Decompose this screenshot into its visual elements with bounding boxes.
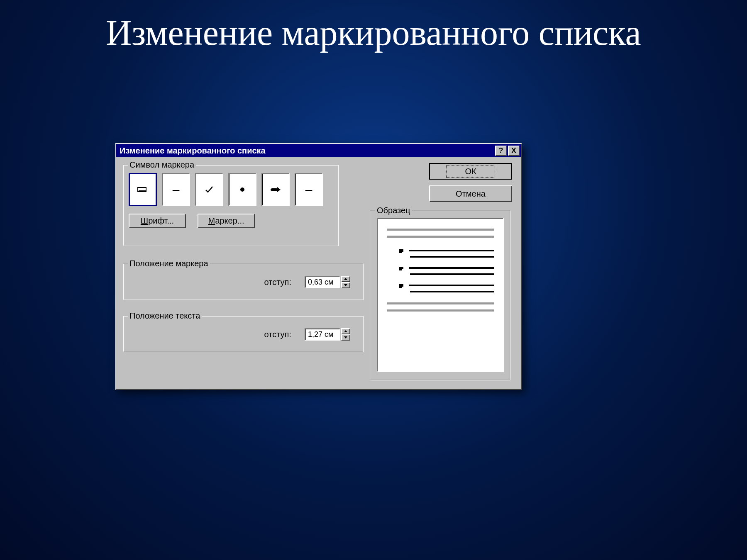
group-bullet-position: Положение маркера отступ: [123,263,364,300]
bullet-option-6[interactable]: – [295,173,323,206]
bullet-rect-icon [137,186,148,193]
preview-panel [377,218,504,372]
dialog-title: Изменение маркированного списка [120,146,494,156]
text-indent-down[interactable] [341,334,350,341]
bullet-option-5[interactable] [261,173,290,206]
arrow-down-icon [344,284,347,286]
preview-bullet-icon [399,284,403,287]
check-icon [205,185,214,194]
preview-bullet-icon [399,267,403,269]
group-label-preview: Образец [375,206,412,215]
hand-icon [270,186,281,193]
group-label-bullet-position: Положение маркера [128,259,210,268]
group-text-position: Положение текста отступ: [123,316,364,352]
svg-rect-1 [139,190,146,192]
slide-title: Изменение маркированного списка [0,0,747,54]
preview-bullet-icon [399,249,403,252]
close-button[interactable]: X [508,146,520,156]
bullet-indent-up[interactable] [341,276,350,282]
cancel-button[interactable]: Отмена [429,185,512,202]
bullet-option-1[interactable] [129,173,157,206]
svg-point-2 [240,187,244,192]
label-indent-bullet: отступ: [264,278,291,287]
titlebar: Изменение маркированного списка ? X [116,144,521,157]
font-button[interactable]: Шрифт... [129,214,186,228]
bullet-indent-input[interactable] [305,276,340,288]
help-button[interactable]: ? [495,146,507,156]
group-preview: Образец [370,210,510,380]
arrow-down-icon [344,336,347,338]
text-indent-up[interactable] [341,328,350,334]
dot-icon [239,187,245,192]
bullet-option-4[interactable] [228,173,256,206]
bullet-indent-down[interactable] [341,282,350,288]
arrow-up-icon [344,330,347,332]
marker-button[interactable]: Маркер... [198,214,255,228]
text-indent-input[interactable] [305,328,340,341]
arrow-up-icon [344,278,347,280]
bullet-option-2[interactable]: – [162,173,190,206]
ok-button[interactable]: ОК [429,163,512,180]
bullet-option-3[interactable] [195,173,223,206]
dialog-window: Изменение маркированного списка ? X Симв… [115,143,522,390]
group-label-text-position: Положение текста [128,311,202,321]
group-bullet-symbol: Символ маркера – – [123,165,339,246]
label-indent-text: отступ: [264,330,291,339]
group-label-bullet-symbol: Символ маркера [128,160,196,170]
